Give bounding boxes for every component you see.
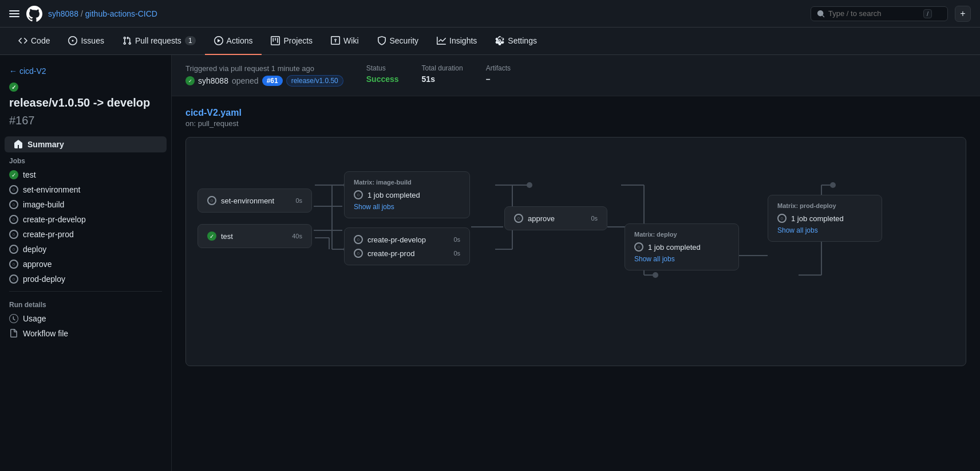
jobs-section-label: Jobs	[0, 152, 171, 167]
job-approve-status-icon: ○	[9, 260, 18, 269]
breadcrumb: syh8088 / github-actions-CICD	[48, 9, 157, 18]
tab-insights-label: Insights	[449, 36, 477, 45]
tab-projects-label: Projects	[283, 36, 313, 45]
tab-actions[interactable]: Actions	[205, 28, 262, 55]
tab-security[interactable]: Security	[368, 28, 428, 55]
sidebar-divider	[9, 291, 162, 292]
tab-settings[interactable]: Settings	[486, 28, 546, 55]
matrix-image-build-name: 1 job completed	[368, 191, 420, 199]
job-create-pr-dev-label: create-pr-develop	[23, 215, 86, 224]
job-deploy-label: deploy	[23, 245, 46, 254]
topbar-left: syh8088 / github-actions-CICD	[9, 5, 804, 23]
node-set-env-time: 0s	[295, 197, 302, 204]
user-dot: ✓	[185, 76, 195, 85]
run-details-label: Run details	[0, 296, 171, 311]
workflow-file-label: Workflow file	[23, 329, 68, 338]
tab-pull-requests[interactable]: Pull requests 1	[113, 28, 205, 55]
tab-insights[interactable]: Insights	[428, 28, 486, 55]
trigger-text: Triggered via pull request 1 minute ago	[185, 64, 343, 73]
matrix-image-build-icon: ○	[354, 190, 363, 199]
code-icon	[18, 36, 27, 45]
workflow-container: cicd-V2.yaml on: pull_request	[172, 96, 980, 378]
project-icon	[271, 36, 280, 45]
artifacts-info: Artifacts –	[486, 64, 511, 84]
connector-4	[739, 180, 768, 256]
sidebar-job-create-pr-develop[interactable]: ○ create-pr-develop	[0, 212, 171, 227]
node-matrix-image-build[interactable]: Matrix: image-build ○ 1 job completed Sh…	[344, 171, 470, 218]
artifacts-value: –	[486, 74, 511, 84]
col-deploy: Matrix: deploy ○ 1 job completed Show al…	[625, 166, 739, 270]
node-approve-icon: ○	[514, 214, 523, 223]
create-pr-prod-time: 0s	[453, 250, 460, 257]
sidebar-job-test[interactable]: ✓ test	[0, 167, 171, 182]
tab-wiki[interactable]: Wiki	[322, 28, 368, 55]
hamburger-icon[interactable]	[9, 8, 21, 19]
sidebar-item-summary[interactable]: Summary	[5, 136, 167, 152]
matrix-prod-deploy-show-all[interactable]: Show all jobs	[777, 226, 872, 234]
tab-issues-label: Issues	[81, 36, 104, 45]
sidebar-usage[interactable]: Usage	[0, 311, 171, 326]
create-pr-prod-name: create-pr-prod	[368, 249, 414, 258]
job-create-pr-dev-status-icon: ○	[9, 215, 18, 224]
job-test-status-icon: ✓	[9, 170, 18, 179]
col-initial: ○ set-environment 0s ✓ test 40s	[197, 189, 312, 248]
sidebar-job-image-build[interactable]: ○ image-build	[0, 197, 171, 212]
node-matrix-deploy[interactable]: Matrix: deploy ○ 1 job completed Show al…	[625, 223, 739, 270]
run-title-text: release/v1.0.50 -> develop	[9, 96, 150, 109]
sidebar-job-deploy[interactable]: ○ deploy	[0, 242, 171, 257]
create-pr-prod-icon: ○	[354, 249, 363, 258]
workflow-filename: cicd-V2.yaml	[185, 108, 966, 118]
node-test[interactable]: ✓ test 40s	[197, 224, 312, 248]
trigger-username: syh8088	[198, 76, 228, 85]
node-set-environment[interactable]: ○ set-environment 0s	[197, 189, 312, 213]
sidebar-job-create-pr-prod[interactable]: ○ create-pr-prod	[0, 227, 171, 242]
job-approve-label: approve	[23, 260, 52, 269]
sidebar-workflow-file[interactable]: Workflow file	[0, 326, 171, 341]
connector-1	[312, 203, 344, 233]
job-test-label: test	[23, 170, 36, 179]
matrix-deploy-show-all[interactable]: Show all jobs	[634, 255, 729, 263]
search-bar[interactable]: /	[811, 6, 948, 21]
status-info: Status Success	[366, 64, 399, 84]
node-matrix-prod-deploy[interactable]: Matrix: prod-deploy ○ 1 job completed Sh…	[768, 195, 882, 242]
issue-icon	[68, 36, 77, 45]
duration-value: 51s	[422, 74, 463, 84]
wiki-icon	[331, 36, 340, 45]
github-logo	[25, 5, 44, 23]
branch-badge: release/v1.0.50	[286, 75, 343, 87]
tab-pr-label: Pull requests	[135, 36, 181, 45]
col-image-build: Matrix: image-build ○ 1 job completed Sh…	[344, 171, 470, 265]
usage-label: Usage	[23, 314, 46, 323]
tab-code[interactable]: Code	[9, 28, 59, 55]
breadcrumb-repo[interactable]: github-actions-CICD	[85, 9, 157, 18]
col-prod-deploy: Matrix: prod-deploy ○ 1 job completed Sh…	[768, 195, 882, 242]
matrix-image-build-show-all[interactable]: Show all jobs	[354, 203, 460, 211]
workflow-file-header: cicd-V2.yaml on: pull_request	[185, 108, 966, 128]
pr-icon	[122, 36, 132, 45]
job-set-env-status-icon: ○	[9, 185, 18, 194]
main-content: Triggered via pull request 1 minute ago …	[172, 55, 980, 471]
node-approve-name: approve	[528, 214, 555, 223]
node-approve-time: 0s	[591, 215, 598, 222]
node-approve[interactable]: ○ approve 0s	[504, 206, 607, 230]
actions-icon	[214, 36, 223, 45]
trigger-opened: opened	[232, 76, 259, 85]
sidebar-job-set-environment[interactable]: ○ set-environment	[0, 182, 171, 197]
sidebar-job-approve[interactable]: ○ approve	[0, 257, 171, 272]
search-input[interactable]	[828, 9, 920, 18]
matrix-prod-deploy-icon: ○	[777, 214, 787, 223]
settings-icon	[495, 36, 504, 45]
tab-projects[interactable]: Projects	[262, 28, 322, 55]
search-icon	[817, 10, 825, 18]
sidebar-job-prod-deploy[interactable]: ○ prod-deploy	[0, 272, 171, 286]
pr-number-badge[interactable]: #61	[262, 76, 283, 86]
back-link[interactable]: ← cicd-V2	[0, 64, 171, 83]
matrix-deploy-label: Matrix: deploy	[634, 231, 729, 238]
tab-issues[interactable]: Issues	[59, 28, 113, 55]
breadcrumb-user[interactable]: syh8088	[48, 9, 78, 18]
main-layout: ← cicd-V2 ✓ release/v1.0.50 -> develop #…	[0, 55, 980, 471]
tab-wiki-label: Wiki	[343, 36, 358, 45]
plus-button[interactable]: +	[955, 6, 971, 22]
job-image-build-status-icon: ○	[9, 200, 18, 209]
matrix-deploy-icon: ○	[634, 242, 643, 252]
